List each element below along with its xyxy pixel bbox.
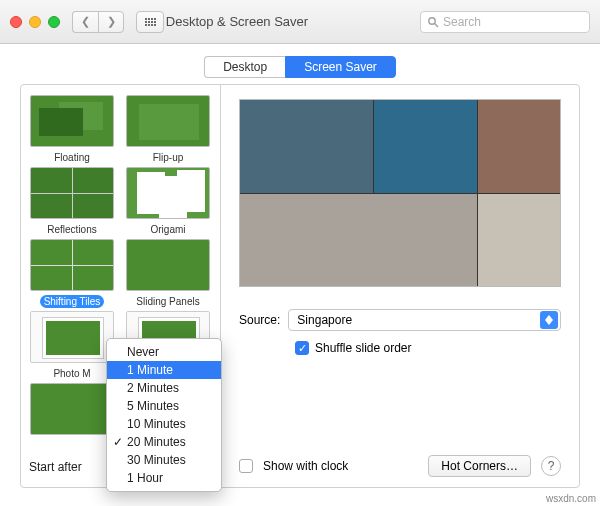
saver-label: Reflections [43, 223, 100, 236]
saver-thumb [126, 95, 210, 147]
saver-item-reflections[interactable]: Reflections [29, 167, 115, 237]
show-with-clock-label: Show with clock [263, 459, 348, 473]
source-label: Source: [239, 313, 280, 327]
source-row: Source: Singapore [239, 309, 561, 331]
menu-item-1-hour[interactable]: 1 Hour [107, 469, 221, 487]
dropdown-stepper-icon [540, 311, 558, 329]
saver-thumb [30, 167, 114, 219]
menu-item-10-minutes[interactable]: 10 Minutes [107, 415, 221, 433]
shuffle-checkbox[interactable]: ✓ [295, 341, 309, 355]
source-select[interactable]: Singapore [288, 309, 561, 331]
saver-thumb [30, 239, 114, 291]
saver-thumb [30, 383, 114, 435]
titlebar: ❮ ❯ Desktop & Screen Saver Search [0, 0, 600, 44]
saver-item-sliding-panels[interactable]: Sliding Panels [125, 239, 211, 309]
help-button[interactable]: ? [541, 456, 561, 476]
saver-item-extra-1[interactable] [29, 383, 115, 435]
minimize-window-button[interactable] [29, 16, 41, 28]
svg-point-0 [429, 17, 435, 23]
saver-item-floating[interactable]: Floating [29, 95, 115, 165]
shuffle-label: Shuffle slide order [315, 341, 412, 355]
saver-item-photo-mobile-left[interactable]: Photo M [29, 311, 115, 381]
saver-label: Shifting Tiles [40, 295, 105, 308]
saver-label: Origami [146, 223, 189, 236]
window-title: Desktop & Screen Saver [62, 14, 412, 29]
saver-item-origami[interactable]: Origami [125, 167, 211, 237]
saver-item-flip-up[interactable]: Flip-up [125, 95, 211, 165]
search-icon [427, 16, 439, 28]
saver-item-shifting-tiles[interactable]: Shifting Tiles [29, 239, 115, 309]
checkmark-icon: ✓ [113, 435, 123, 449]
preview-pane: Source: Singapore ✓ Shuffle slide order … [221, 85, 579, 487]
saver-thumb [30, 95, 114, 147]
saver-label: Flip-up [149, 151, 188, 164]
watermark-text: wsxdn.com [546, 493, 596, 504]
saver-label: Sliding Panels [132, 295, 203, 308]
tab-switcher: Desktop Screen Saver [0, 56, 600, 78]
bottom-row: Show with clock Hot Corners… ? [239, 447, 561, 477]
zoom-window-button[interactable] [48, 16, 60, 28]
search-field[interactable]: Search [420, 11, 590, 33]
menu-item-never[interactable]: Never [107, 343, 221, 361]
tab-desktop[interactable]: Desktop [204, 56, 285, 78]
tab-screen-saver[interactable]: Screen Saver [285, 56, 396, 78]
window-controls [10, 16, 60, 28]
saver-thumb [30, 311, 114, 363]
start-after-label: Start after [29, 460, 82, 474]
saver-label: Photo M [49, 367, 94, 380]
menu-item-1-minute[interactable]: 1 Minute [107, 361, 221, 379]
svg-line-1 [435, 23, 438, 26]
start-after-dropdown-menu: Never 1 Minute 2 Minutes 5 Minutes 10 Mi… [106, 338, 222, 492]
content-panel: Floating Flip-up Reflections Origami Shi… [20, 84, 580, 488]
saver-label: Floating [50, 151, 94, 164]
screensaver-preview [239, 99, 561, 287]
menu-item-30-minutes[interactable]: 30 Minutes [107, 451, 221, 469]
search-placeholder: Search [443, 15, 481, 29]
saver-thumb [126, 239, 210, 291]
show-with-clock-checkbox[interactable] [239, 459, 253, 473]
hot-corners-button[interactable]: Hot Corners… [428, 455, 531, 477]
menu-item-20-minutes[interactable]: ✓20 Minutes [107, 433, 221, 451]
shuffle-row: ✓ Shuffle slide order [239, 341, 561, 355]
menu-item-5-minutes[interactable]: 5 Minutes [107, 397, 221, 415]
saver-thumb [126, 167, 210, 219]
close-window-button[interactable] [10, 16, 22, 28]
source-value: Singapore [297, 313, 352, 327]
menu-item-2-minutes[interactable]: 2 Minutes [107, 379, 221, 397]
